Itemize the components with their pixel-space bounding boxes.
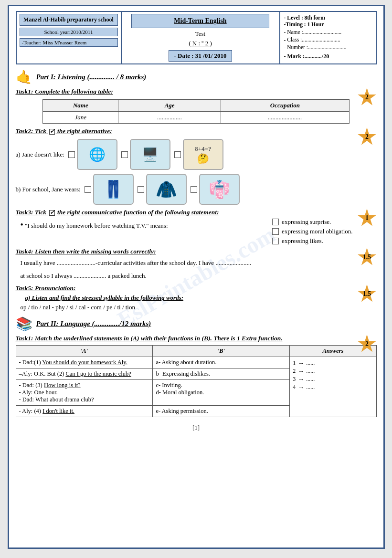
- part2-task1-title: Task1: Match the underlined statements i…: [16, 335, 377, 342]
- school-year: School year:2010/2011: [20, 28, 118, 36]
- task3-opt2-text: expressing moral obligation.: [282, 228, 352, 235]
- part1-header: 🤙 Part I: Listening (.............. / 8 …: [16, 69, 377, 85]
- test-subtitle: Test: [195, 30, 205, 38]
- test-title: Mid-Term English: [131, 14, 270, 28]
- part2-task1-score-badge: 2: [358, 335, 377, 354]
- choice-a1-box: 🌐: [68, 139, 117, 170]
- col-a-row4: - Aly: (4) I don't like it.: [16, 405, 153, 417]
- col-b-header: 'B': [153, 345, 290, 357]
- choice-a1-checkbox[interactable]: [68, 151, 75, 158]
- task3-option-2: expressing moral obligation.: [272, 228, 352, 235]
- test-number: ( N : º 2 ): [189, 40, 212, 47]
- task3-statement-wrap: • "I should do my homework before watchi…: [16, 218, 249, 232]
- occupation-cell: ......................: [221, 112, 349, 124]
- task3-opt3-text: expressing likes.: [282, 237, 323, 245]
- task1-title: Task1: Complete the following table:: [16, 88, 377, 95]
- task3-option-1: expressing surprise.: [272, 218, 352, 226]
- col-a-row1: - Dad:(1) You should do your homework Al…: [16, 357, 153, 368]
- choice-a3-checkbox[interactable]: [174, 151, 181, 158]
- task1-score-badge: 2: [358, 88, 377, 107]
- ans-arrow-1: →: [297, 359, 304, 367]
- ans-arrow-3: →: [297, 376, 304, 383]
- ans-2: 2 → ......: [293, 368, 373, 375]
- task2-score-badge: 2: [358, 127, 377, 147]
- task3-content: • "I should do my homework before watchi…: [16, 218, 377, 245]
- part2-title: Part II: Language (............../12 mar…: [36, 320, 151, 328]
- col-name: Name: [43, 100, 118, 112]
- choice-a3-img: 8+4=? 🤔: [183, 139, 223, 170]
- mark-label: - Mark :............/20: [284, 53, 372, 60]
- ans-arrow-4: →: [297, 384, 304, 391]
- part2-header: 📚 Part II: Language (............../12 m…: [16, 316, 377, 332]
- tick-checkbox: [49, 129, 55, 135]
- task3-tick-checkbox: [49, 210, 55, 216]
- match-table: 'A' 'B' Answers - Dad:(1) You should do …: [16, 345, 377, 417]
- task4-section: Task4: Listen then write the missing wor…: [16, 248, 377, 282]
- choice-b3-img: 👘: [199, 174, 240, 205]
- task4-title: Task4: Listen then write the missing wor…: [16, 248, 377, 255]
- task2-section: Task2: Tick the right alternative: 2 a) …: [16, 127, 377, 205]
- task2-title: Task2: Tick the right alternative:: [16, 127, 377, 135]
- col-age: Age: [118, 100, 221, 112]
- ans-num-3: 3: [293, 376, 296, 383]
- choice-a1-img: 🌐: [77, 139, 117, 170]
- task4-text-line2: at school so I always ..................…: [21, 270, 377, 281]
- task5-words: op / tio / nal - phy / si / cal - com / …: [21, 304, 377, 311]
- col-a-row3: - Dad: (3) How long is it? - Aly: One ho…: [16, 379, 153, 405]
- choice-b1-checkbox[interactable]: [85, 186, 91, 193]
- row-b-label: b) For school, Jane wears:: [16, 186, 81, 193]
- col-ans-row1: 1 → ...... 2 → ...... 3 →: [290, 357, 376, 417]
- underline-4: I don't like it.: [42, 408, 74, 414]
- listening-table: Name Age Occupation Jane ...............…: [42, 99, 350, 124]
- row-a-label: a) Jane doesn't like:: [16, 151, 64, 158]
- timing-label: -Timing : 1 Hour: [284, 21, 372, 27]
- task3-statement: • "I should do my homework before watchi…: [21, 220, 249, 230]
- task5-section: Task5: Pronunciation: 1.5 a) Listen and …: [16, 284, 377, 311]
- choice-a2-box: 🖥️: [121, 139, 170, 170]
- choice-b2-checkbox[interactable]: [138, 186, 144, 193]
- underline-3: How long is it?: [44, 382, 81, 389]
- choice-b3-checkbox[interactable]: [191, 186, 197, 193]
- task5-score-badge: 1.5: [358, 284, 377, 304]
- task5-subtitle: a) Listen and find the stressed syllable…: [25, 294, 377, 302]
- ans-1: 1 → ......: [293, 359, 373, 367]
- task1-section: Task1: Complete the following table: 2 N…: [16, 88, 377, 124]
- ans-blank-2: ......: [306, 368, 315, 375]
- col-b-row1: a- Asking about duration.: [153, 357, 290, 368]
- task3-options: expressing surprise. expressing moral ob…: [272, 218, 352, 245]
- task3-section: Task3: Tick the right communicative func…: [16, 209, 377, 245]
- task3-cb-1[interactable]: [272, 219, 279, 225]
- choice-b2-box: 🧥: [138, 174, 187, 205]
- col-a-row2: –Aly: O.K. But (2) Can I go to the music…: [16, 368, 153, 379]
- choice-a3-box: 8+4=? 🤔: [174, 139, 223, 170]
- col-b-row2: b- Expressing dislikes.: [153, 368, 290, 379]
- name-cell: Jane: [43, 112, 118, 124]
- col-b-row3: c- Inviting. d- Moral obligation.: [153, 379, 290, 405]
- choice-a2-img: 🖥️: [130, 139, 170, 170]
- task2-row-b: b) For school, Jane wears: 👖 🧥 👘: [16, 174, 377, 205]
- test-date: - Date : 31 /01/ 2010: [169, 50, 232, 62]
- task3-option-3: expressing likes.: [272, 237, 352, 245]
- number-label: - Number :............................: [284, 44, 372, 50]
- part2-icon: 📚: [16, 316, 32, 332]
- task3-opt1-text: expressing surprise.: [282, 218, 331, 226]
- listening-icon: 🤙: [16, 69, 32, 85]
- choice-a2-checkbox[interactable]: [121, 151, 128, 158]
- task3-cb-2[interactable]: [272, 228, 279, 235]
- underline-2: Can I go to the music club?: [65, 370, 131, 377]
- choice-b1-box: 👖: [85, 174, 134, 205]
- ans-arrow-2: →: [297, 368, 304, 375]
- age-cell: ................: [118, 112, 221, 124]
- match-row-1: - Dad:(1) You should do your homework Al…: [16, 357, 376, 368]
- underline-1: You should do your homework Aly.: [42, 359, 127, 366]
- choice-b3-box: 👘: [191, 174, 240, 205]
- part2-task1-section: Task1: Match the underlined statements i…: [16, 335, 377, 417]
- header: Manzel Al-Habib preparatory school Schoo…: [16, 11, 377, 64]
- task3-cb-3[interactable]: [272, 238, 279, 244]
- ans-blank-1: ......: [306, 359, 315, 367]
- task4-text-line1: I usually have .........................…: [21, 257, 377, 268]
- ans-num-2: 2: [293, 368, 296, 375]
- ans-3: 3 → ......: [293, 376, 373, 383]
- ans-4: 4 → ......: [293, 384, 373, 391]
- task2-row-a: a) Jane doesn't like: 🌐 🖥️ 8+4=? 🤔: [16, 139, 377, 170]
